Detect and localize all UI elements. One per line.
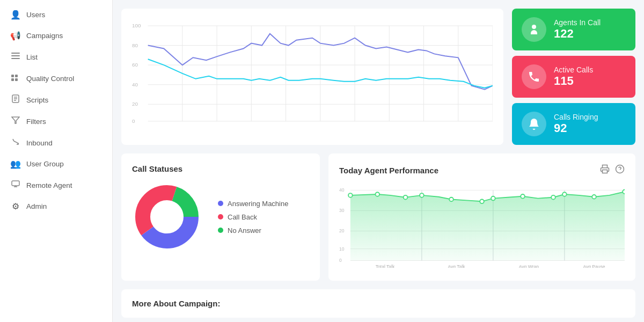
- line-chart: 100 80 60 40 20 0: [132, 17, 493, 125]
- sidebar-label-user-group: User Group: [26, 160, 64, 168]
- call-statuses-card: Call Statuses Answering Machine: [121, 153, 320, 281]
- donut-legend: Answering Machine Call Back No Answer: [218, 200, 288, 235]
- perf-header: Today Agent Performance: [339, 164, 625, 177]
- legend-label-answering-machine: Answering Machine: [228, 200, 288, 208]
- svg-text:0: 0: [339, 258, 342, 263]
- sidebar-label-quality-control: Quality Control: [26, 75, 74, 83]
- more-campaign-title: More About Campaign:: [132, 299, 625, 308]
- svg-point-76: [521, 194, 525, 199]
- svg-point-73: [449, 197, 453, 202]
- svg-point-47: [532, 25, 536, 29]
- svg-text:0: 0: [132, 118, 135, 124]
- bottom-row: Call Statuses Answering Machine: [121, 153, 635, 281]
- scripts-icon: [10, 94, 21, 105]
- svg-rect-12: [12, 181, 19, 186]
- svg-marker-11: [12, 117, 19, 123]
- main-content: 100 80 60 40 20 0: [113, 0, 644, 322]
- agent-performance-chart: 40 30 20 10 0: [339, 182, 625, 268]
- svg-text:80: 80: [132, 42, 138, 48]
- svg-point-72: [420, 193, 424, 197]
- donut-content: Answering Machine Call Back No Answer: [132, 182, 309, 252]
- svg-point-78: [562, 192, 567, 196]
- inbound-icon: [10, 137, 21, 148]
- users-icon: 👤: [10, 10, 21, 20]
- remote-agent-icon: [10, 180, 21, 191]
- answering-machine-dot: [218, 201, 223, 206]
- svg-point-71: [404, 195, 408, 200]
- svg-rect-6: [15, 78, 18, 81]
- svg-text:10: 10: [339, 246, 345, 252]
- active-calls-value: 115: [554, 74, 593, 88]
- campaigns-icon: 📢: [10, 31, 21, 41]
- agents-in-call-icon: [522, 17, 546, 42]
- svg-rect-1: [11, 55, 20, 56]
- sidebar-label-filters: Filters: [26, 118, 46, 126]
- svg-text:40: 40: [132, 82, 138, 87]
- svg-text:40: 40: [339, 187, 345, 193]
- svg-rect-52: [603, 170, 608, 173]
- sidebar-item-campaigns[interactable]: 📢 Campaigns: [0, 25, 112, 46]
- admin-icon: ⚙: [10, 201, 21, 211]
- svg-text:Avg Pause: Avg Pause: [583, 264, 605, 268]
- agent-performance-title: Today Agent Performance: [339, 166, 438, 175]
- sidebar-item-inbound[interactable]: Inbound: [0, 132, 112, 153]
- no-answer-dot: [218, 228, 223, 233]
- svg-text:20: 20: [132, 101, 138, 107]
- svg-text:100: 100: [132, 23, 141, 28]
- call-back-dot: [218, 214, 223, 219]
- active-calls-icon: [522, 64, 546, 89]
- legend-label-no-answer: No Answer: [228, 226, 261, 235]
- calls-ringing-card[interactable]: Calls Ringing 92: [512, 103, 635, 145]
- sidebar-item-list[interactable]: List: [0, 46, 112, 68]
- svg-point-69: [348, 193, 353, 197]
- svg-rect-4: [11, 78, 14, 81]
- stat-cards-container: Agents In Call 122 Active Calls 115 Ca: [512, 9, 635, 145]
- print-icon[interactable]: [600, 164, 610, 177]
- legend-call-back: Call Back: [218, 213, 288, 221]
- agents-in-call-value: 122: [554, 27, 601, 41]
- svg-text:Avg Wrap: Avg Wrap: [519, 264, 539, 268]
- perf-actions: [600, 164, 625, 177]
- svg-point-79: [592, 195, 596, 199]
- sidebar-item-remote-agent[interactable]: Remote Agent: [0, 174, 112, 196]
- sidebar-item-quality-control[interactable]: Quality Control: [0, 68, 112, 89]
- calls-ringing-value: 92: [554, 121, 598, 135]
- svg-rect-0: [11, 53, 20, 54]
- sidebar: 👤 Users 📢 Campaigns List Quality Control…: [0, 0, 113, 322]
- svg-point-74: [480, 200, 484, 204]
- call-statuses-title: Call Statuses: [132, 164, 309, 173]
- svg-point-77: [551, 195, 555, 200]
- sidebar-item-admin[interactable]: ⚙ Admin: [0, 196, 112, 217]
- line-chart-card: 100 80 60 40 20 0: [121, 9, 503, 145]
- svg-text:30: 30: [339, 208, 345, 213]
- sidebar-item-scripts[interactable]: Scripts: [0, 89, 112, 111]
- svg-text:Total Talk: Total Talk: [376, 264, 395, 268]
- sidebar-item-users[interactable]: 👤 Users: [0, 4, 112, 25]
- svg-point-51: [151, 201, 183, 233]
- active-calls-label: Active Calls: [554, 65, 593, 74]
- svg-text:60: 60: [132, 62, 138, 68]
- agents-in-call-card[interactable]: Agents In Call 122: [512, 9, 635, 50]
- sidebar-label-users: Users: [26, 11, 45, 19]
- svg-rect-2: [11, 58, 20, 59]
- legend-answering-machine: Answering Machine: [218, 200, 288, 208]
- calls-ringing-icon: [522, 112, 546, 136]
- sidebar-item-user-group[interactable]: 👥 User Group: [0, 153, 112, 174]
- top-row: 100 80 60 40 20 0: [121, 9, 635, 145]
- svg-text:Avg Talk: Avg Talk: [448, 264, 466, 268]
- user-group-icon: 👥: [10, 159, 21, 169]
- sidebar-label-inbound: Inbound: [26, 139, 53, 147]
- help-icon[interactable]: [615, 164, 625, 177]
- agent-performance-card: Today Agent Performance 40 30 20 10 0: [328, 153, 635, 281]
- svg-point-70: [375, 192, 379, 196]
- sidebar-label-campaigns: Campaigns: [26, 32, 63, 40]
- sidebar-label-scripts: Scripts: [26, 96, 48, 104]
- list-icon: [10, 52, 21, 62]
- active-calls-card[interactable]: Active Calls 115: [512, 56, 635, 98]
- more-campaign-card: More About Campaign:: [121, 289, 635, 318]
- sidebar-item-filters[interactable]: Filters: [0, 111, 112, 132]
- donut-chart: [132, 182, 202, 252]
- quality-control-icon: [10, 73, 21, 84]
- sidebar-label-remote-agent: Remote Agent: [26, 181, 72, 189]
- legend-no-answer: No Answer: [218, 226, 288, 235]
